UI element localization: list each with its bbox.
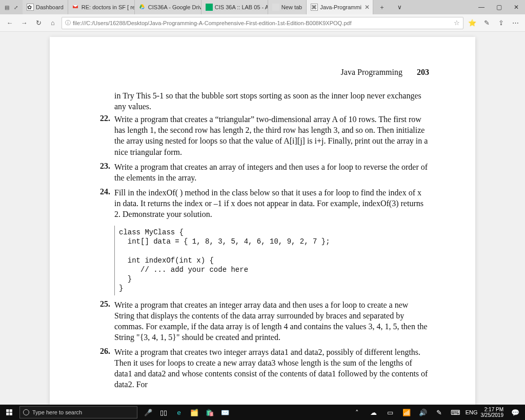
onedrive-icon[interactable]: ☁ (367, 405, 380, 420)
mail-icon[interactable]: ✉️ (218, 405, 232, 420)
item-number: 25. (96, 299, 110, 345)
system-tray: ˄ ☁ ▭ 📶 🔊 ✎ ⌨ ENG 2:17 PM 3/25/2019 💬 (348, 405, 525, 420)
tab-label: CIS 36A :: LAB 05 - A (215, 4, 268, 10)
explorer-icon[interactable]: 🗂️ (188, 405, 201, 420)
tab-label: RE: doctors in SF [ re (82, 4, 135, 10)
favorite-star-icon[interactable]: ☆ (454, 19, 460, 27)
window-maximize-button[interactable]: ▢ (490, 0, 508, 14)
exercise-26: 26. Write a program that creates two int… (96, 347, 429, 392)
item-text: Write a program that creates an array of… (114, 162, 429, 183)
url-input[interactable] (73, 20, 452, 26)
exercise-24: 24. Fill in the indexOf( ) method in the… (96, 187, 429, 222)
notes-button[interactable]: ✎ (481, 17, 492, 29)
expand-icon[interactable]: ⤢ (12, 4, 19, 11)
home-button[interactable]: ⌂ (47, 17, 58, 29)
gmail-favicon-icon (72, 4, 79, 11)
exercise-22: 22. Write a program that creates a “tria… (96, 114, 429, 159)
running-title: Java Programming (341, 68, 402, 76)
item-text: Write a program that creates two integer… (114, 347, 429, 390)
taskbar-apps: 🎤 ▯▯ e 🗂️ 🛍️ ✉️ (142, 405, 232, 420)
taskbar: Type here to search 🎤 ▯▯ e 🗂️ 🛍️ ✉️ ˄ ☁ … (0, 405, 525, 420)
pdf-favicon-icon: ⌘ (311, 4, 318, 11)
close-tab-icon[interactable]: ✕ (365, 4, 370, 11)
item-number: 26. (96, 347, 110, 392)
clock-time: 2:17 PM (481, 407, 504, 412)
address-bar[interactable]: ⓘ ☆ (62, 17, 463, 29)
page-number: 203 (417, 68, 429, 76)
start-button[interactable] (0, 405, 18, 420)
pen-icon[interactable]: ✎ (433, 405, 446, 420)
item-text: Write a program that creates an integer … (114, 299, 429, 343)
share-button[interactable]: ⇪ (495, 17, 507, 29)
svg-rect-5 (6, 413, 9, 415)
tab-label: Java-Programmi (320, 4, 361, 10)
tab-strip: ▤ ⤢ ✿ Dashboard RE: doctors in SF [ re C… (0, 0, 525, 14)
course-favicon-icon (206, 4, 213, 11)
page-favicon-icon (272, 4, 279, 11)
wifi-icon[interactable]: 📶 (400, 405, 413, 420)
refresh-button[interactable]: ↻ (33, 17, 44, 29)
tab-dropdown-icon[interactable]: ∨ (391, 0, 408, 14)
tab-label: Dashboard (36, 4, 64, 10)
volume-icon[interactable]: 🔊 (416, 405, 430, 420)
pdf-page: Java Programming 203 in Try This 5-1 so … (50, 37, 475, 405)
info-icon[interactable]: ⓘ (65, 19, 71, 27)
item-text: Write a program that creates a “triangul… (114, 114, 429, 157)
tab-gmail[interactable]: RE: doctors in SF [ re (68, 0, 135, 14)
running-header: Java Programming 203 (96, 68, 429, 77)
tab-newtab[interactable]: New tab (268, 0, 307, 14)
tray-overflow-icon[interactable]: ˄ (351, 405, 364, 420)
keyboard-icon[interactable]: ⌨ (449, 405, 462, 420)
search-placeholder: Type here to search (32, 409, 82, 415)
code-sample: class MyClass { int[] data = { 1, 8, 3, … (114, 226, 429, 295)
task-view-icon[interactable]: ▯▯ (157, 405, 170, 420)
battery-icon[interactable]: ▭ (383, 405, 397, 420)
taskbar-search[interactable]: Type here to search (19, 406, 137, 418)
exercise-23: 23. Write a program that creates an arra… (96, 162, 429, 185)
window-close-button[interactable]: ✕ (508, 0, 525, 14)
exercise-25: 25. Write a program that creates an inte… (96, 299, 429, 345)
svg-rect-4 (10, 409, 12, 412)
clock-date: 3/25/2019 (481, 412, 504, 418)
mic-icon[interactable]: 🎤 (142, 405, 155, 420)
favorites-button[interactable]: ⭐ (467, 17, 478, 29)
tab-canvas[interactable]: CIS 36A :: LAB 05 - A (201, 0, 268, 14)
item-number: 23. (96, 162, 110, 185)
more-button[interactable]: ⋯ (510, 17, 521, 29)
item-number: 24. (96, 187, 110, 222)
tab-label: CIS36A - Google Driv (148, 4, 201, 10)
tab-java-pdf[interactable]: ⌘ Java-Programmi ✕ (307, 0, 373, 14)
svg-rect-3 (6, 409, 9, 412)
edge-icon[interactable]: e (172, 405, 186, 420)
item-number: 22. (96, 114, 110, 159)
back-button[interactable]: ← (4, 17, 15, 29)
pdf-viewport[interactable]: Java Programming 203 in Try This 5-1 so … (0, 32, 525, 405)
nav-bar: ← → ↻ ⌂ ⓘ ☆ ⭐ ✎ ⇪ ⋯ (0, 14, 525, 32)
tab-overflow-icon[interactable]: ▤ (3, 4, 10, 11)
tab-actions-left: ▤ ⤢ (0, 4, 23, 11)
browser-chrome: ▤ ⤢ ✿ Dashboard RE: doctors in SF [ re C… (0, 0, 525, 32)
new-tab-button[interactable]: ＋ (373, 0, 391, 14)
action-center-icon[interactable]: 💬 (509, 405, 522, 420)
tab-drive[interactable]: CIS36A - Google Driv (135, 0, 201, 14)
drive-favicon-icon (139, 4, 146, 11)
cortana-icon (23, 409, 29, 415)
intro-fragment: in Try This 5-1 so that the bubble sort … (114, 90, 429, 112)
language-indicator[interactable]: ENG (466, 409, 478, 415)
tab-label: New tab (281, 4, 302, 10)
forward-button[interactable]: → (18, 17, 30, 29)
window-minimize-button[interactable]: — (473, 0, 490, 14)
item-text: Fill in the indexOf( ) method in the cla… (114, 187, 429, 219)
svg-rect-6 (10, 413, 12, 415)
store-icon[interactable]: 🛍️ (203, 405, 216, 420)
clock[interactable]: 2:17 PM 3/25/2019 (481, 407, 506, 418)
dashboard-favicon-icon: ✿ (27, 4, 34, 11)
tab-dashboard[interactable]: ✿ Dashboard (23, 0, 68, 14)
